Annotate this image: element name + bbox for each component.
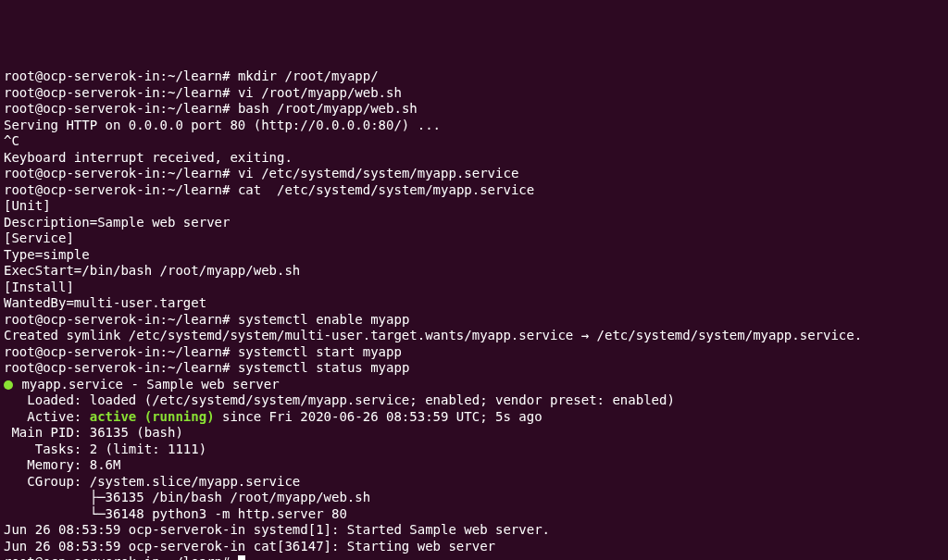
terminal-line: root@ocp-serverok-in:~/learn# systemctl … [4, 360, 944, 377]
terminal-text: since Fri 2020-06-26 08:53:59 UTC; 5s ag… [215, 409, 543, 424]
terminal-line: root@ocp-serverok-in:~/learn# vi /etc/sy… [4, 166, 944, 182]
terminal-line: Active: active (running) since Fri 2020-… [4, 409, 944, 426]
terminal-line: Created symlink /etc/systemd/system/mult… [4, 328, 944, 344]
terminal-text: root@ocp-serverok-in:~/learn# [4, 344, 238, 359]
terminal-text: [Service] [4, 230, 74, 245]
terminal-text: Active: [4, 409, 90, 424]
terminal-line: root@ocp-serverok-in:~/learn# systemctl … [4, 312, 944, 329]
status-dot-icon [4, 380, 13, 390]
terminal-text: vi /etc/systemd/system/myapp.service [238, 166, 518, 180]
terminal-line: Keyboard interrupt received, exiting. [4, 150, 944, 167]
terminal-line: Jun 26 08:53:59 ocp-serverok-in systemd[… [4, 522, 944, 539]
terminal-line: Serving HTTP on 0.0.0.0 port 80 (http://… [4, 118, 944, 134]
terminal-text: ├─36135 /bin/bash /root/myapp/web.sh [4, 490, 370, 504]
terminal-line: ^C [4, 133, 944, 150]
terminal-text: Keyboard interrupt received, exiting. [4, 150, 293, 165]
terminal-line: [Unit] [4, 198, 944, 215]
terminal-text: myapp.service - Sample web server [14, 377, 280, 392]
terminal-line: ExecStart=/bin/bash /root/myapp/web.sh [4, 263, 944, 280]
terminal-line: Main PID: 36135 (bash) [4, 425, 944, 442]
terminal-text: Serving HTTP on 0.0.0.0 port 80 (http://… [4, 118, 441, 132]
terminal-text: root@ocp-serverok-in:~/learn# [4, 68, 238, 83]
terminal-text: active (running) [90, 409, 215, 424]
terminal-text: WantedBy=multi-user.target [4, 295, 206, 310]
terminal-text: Memory: 8.6M [4, 457, 120, 472]
terminal-line: root@ocp-serverok-in:~/learn# vi /root/m… [4, 85, 944, 102]
terminal-text: systemctl status myapp [238, 360, 409, 375]
terminal-text: root@ocp-serverok-in:~/learn# [4, 101, 238, 116]
terminal-line: ├─36135 /bin/bash /root/myapp/web.sh [4, 490, 944, 506]
terminal-text: root@ocp-serverok-in:~/learn# [4, 182, 238, 197]
terminal-line: Memory: 8.6M [4, 457, 944, 474]
terminal-line: myapp.service - Sample web server [4, 377, 944, 393]
terminal-text: ^C [4, 133, 19, 148]
terminal-text: systemctl start myapp [238, 344, 402, 359]
terminal-text: ExecStart=/bin/bash /root/myapp/web.sh [4, 263, 300, 278]
terminal-text: root@ocp-serverok-in:~/learn# [4, 312, 238, 327]
terminal-text: systemctl enable myapp [238, 312, 409, 327]
terminal-line: Description=Sample web server [4, 215, 944, 231]
terminal-line: root@ocp-serverok-in:~/learn# [4, 554, 944, 560]
terminal-line: [Install] [4, 280, 944, 296]
terminal-text: mkdir /root/myapp/ [238, 68, 379, 83]
terminal-text: CGroup: /system.slice/myapp.service [4, 474, 300, 489]
terminal-text: bash /root/myapp/web.sh [238, 101, 418, 116]
terminal-text: Loaded: loaded (/etc/systemd/system/myap… [4, 392, 675, 407]
terminal-text: [Unit] [4, 198, 51, 213]
terminal-text: Jun 26 08:53:59 ocp-serverok-in systemd[… [4, 522, 550, 537]
terminal-line: Jun 26 08:53:59 ocp-serverok-in cat[3614… [4, 539, 944, 555]
terminal-line: CGroup: /system.slice/myapp.service [4, 474, 944, 491]
terminal-text: root@ocp-serverok-in:~/learn# [4, 554, 238, 560]
terminal-text: Tasks: 2 (limit: 1111) [4, 442, 206, 456]
terminal-cursor [238, 555, 245, 560]
terminal-text: root@ocp-serverok-in:~/learn# [4, 85, 238, 100]
terminal-line: └─36148 python3 -m http.server 80 [4, 506, 944, 523]
terminal-text: └─36148 python3 -m http.server 80 [4, 506, 347, 521]
terminal-line: root@ocp-serverok-in:~/learn# bash /root… [4, 101, 944, 118]
terminal-text: Jun 26 08:53:59 ocp-serverok-in cat[3614… [4, 539, 495, 554]
terminal-text: Description=Sample web server [4, 215, 230, 230]
terminal-text: root@ocp-serverok-in:~/learn# [4, 360, 238, 375]
terminal-text: [Install] [4, 280, 74, 294]
terminal-line: root@ocp-serverok-in:~/learn# cat /etc/s… [4, 182, 944, 199]
terminal-line: WantedBy=multi-user.target [4, 295, 944, 312]
terminal-text: Main PID: 36135 (bash) [4, 425, 183, 440]
terminal-text: cat /etc/systemd/system/myapp.service [238, 182, 534, 197]
terminal-window[interactable]: root@ocp-serverok-in:~/learn# mkdir /roo… [4, 68, 944, 560]
terminal-line: Loaded: loaded (/etc/systemd/system/myap… [4, 392, 944, 409]
terminal-line: root@ocp-serverok-in:~/learn# systemctl … [4, 344, 944, 361]
terminal-text: Created symlink /etc/systemd/system/mult… [4, 328, 862, 342]
terminal-text: vi /root/myapp/web.sh [238, 85, 402, 100]
terminal-line: root@ocp-serverok-in:~/learn# mkdir /roo… [4, 68, 944, 85]
terminal-text: root@ocp-serverok-in:~/learn# [4, 166, 238, 180]
terminal-line: [Service] [4, 230, 944, 247]
terminal-line: Tasks: 2 (limit: 1111) [4, 442, 944, 458]
terminal-text: Type=simple [4, 247, 90, 262]
terminal-line: Type=simple [4, 247, 944, 264]
